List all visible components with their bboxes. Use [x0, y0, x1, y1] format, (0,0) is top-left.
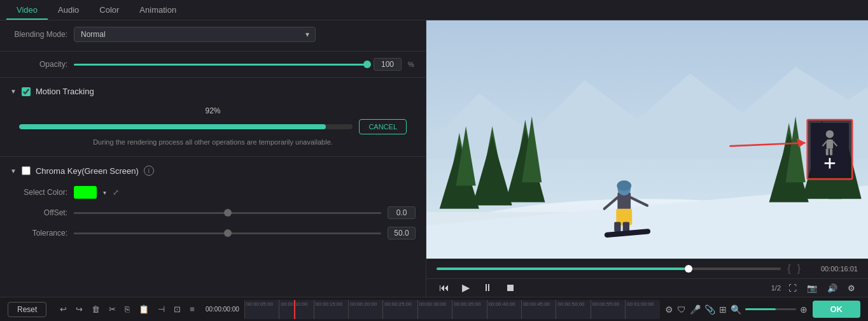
ok-button[interactable]: OK [813, 301, 861, 318]
speed-display[interactable]: 1/2 [771, 284, 781, 292]
tolerance-label: Tolerance: [10, 229, 67, 238]
motion-tracking-title: Motion Tracking [36, 87, 94, 96]
mic-button[interactable]: 🎤 [690, 304, 701, 315]
redo-button[interactable]: ↪ [74, 303, 85, 315]
offset-slider[interactable] [74, 212, 381, 214]
select-color-label: Select Color: [10, 188, 67, 197]
video-controls-bar: { } 00:00:16:01 [426, 259, 868, 278]
svg-rect-34 [827, 139, 833, 149]
opacity-slider-thumb[interactable] [363, 61, 371, 68]
fullscreen-button[interactable]: ⛶ [786, 283, 799, 294]
effects-button[interactable]: ⚙ [665, 304, 673, 315]
screenshot-button[interactable]: 📷 [804, 283, 820, 294]
tolerance-row: Tolerance: [0, 223, 426, 243]
play-button[interactable]: ▶ [459, 282, 472, 294]
ruler-marks-container: 00:00:05:00 00:00:10:00 00:00:15:00 00:0… [244, 300, 660, 319]
opacity-unit: % [408, 61, 416, 68]
playback-controls: ⏮ ▶ ⏸ ⏹ 1/2 ⛶ 📷 🔊 ⚙ [426, 278, 868, 297]
zoom-slider[interactable] [745, 308, 796, 310]
cut-button[interactable]: ✂ [107, 303, 118, 315]
opacity-slider-fill [74, 64, 367, 66]
stop-button[interactable]: ⏹ [503, 282, 518, 294]
clip-button[interactable]: 📎 [704, 304, 715, 315]
progress-track [19, 124, 353, 129]
blending-mode-row: Blending Mode: Normal [0, 20, 426, 48]
undo-button[interactable]: ↩ [58, 303, 69, 315]
timeline-ruler[interactable]: 00:00:05:00 00:00:10:00 00:00:15:00 00:0… [244, 300, 660, 319]
motion-tracking-header[interactable]: ▼ Motion Tracking [0, 80, 426, 103]
chroma-key-checkbox[interactable] [22, 166, 31, 175]
tab-color[interactable]: Color [89, 1, 129, 20]
settings-button[interactable]: ⚙ [845, 283, 858, 294]
chroma-key-header[interactable]: ▼ Chroma Key(Green Screen) i [0, 159, 426, 182]
offset-slider-thumb[interactable] [224, 209, 232, 217]
ruler-mark-2: 00:00:15:00 [314, 300, 348, 319]
progress-fill [19, 124, 326, 129]
opacity-label: Opacity: [10, 60, 67, 69]
video-timeline-thumb[interactable] [685, 265, 692, 273]
reset-button[interactable]: Reset [8, 302, 46, 317]
tolerance-slider-fill [74, 232, 228, 234]
ruler-mark-9: 00:00:50:00 [556, 300, 590, 319]
motion-tracking-checkbox[interactable] [22, 87, 31, 96]
svg-rect-25 [623, 222, 629, 232]
ruler-mark-8: 00:00:45:00 [521, 300, 556, 319]
blending-mode-select-wrapper[interactable]: Normal [74, 27, 316, 42]
playback-right-controls: 1/2 ⛶ 📷 🔊 ⚙ [771, 283, 858, 294]
start-timecode: 00:00:00:00 [206, 306, 239, 313]
svg-rect-38 [830, 149, 832, 155]
ruler-mark-10: 00:00:55:00 [591, 300, 625, 319]
timeline-timecodes: 00:00:00:00 [206, 306, 239, 313]
tolerance-slider-thumb[interactable] [224, 229, 232, 237]
zoom-out-button[interactable]: 🔍 [731, 304, 741, 315]
offset-label: OffSet: [10, 208, 67, 217]
tab-audio[interactable]: Audio [48, 1, 89, 20]
paste-button[interactable]: 📋 [137, 303, 151, 315]
bottom-left-controls: Reset ↩ ↪ 🗑 ✂ ⎘ 📋 ⊣ ⊡ ≡ 00:00:00:00 [8, 302, 239, 317]
opacity-slider[interactable] [74, 64, 367, 66]
timeline-toolbar: ↩ ↪ 🗑 ✂ ⎘ 📋 ⊣ ⊡ ≡ [58, 303, 197, 315]
ruler-mark-6: 00:00:35:00 [452, 300, 486, 319]
cancel-button[interactable]: CANCEL [359, 119, 407, 134]
chroma-key-title: Chroma Key(Green Screen) [36, 166, 139, 176]
blending-mode-select[interactable]: Normal [74, 27, 316, 42]
opacity-value[interactable] [374, 58, 402, 71]
align-button[interactable]: ≡ [188, 303, 197, 315]
playback-buttons: ⏮ ▶ ⏸ ⏹ [437, 282, 518, 294]
tolerance-value[interactable] [388, 227, 416, 239]
svg-rect-37 [826, 149, 829, 155]
color-swatch[interactable] [74, 186, 97, 199]
svg-point-22 [617, 180, 631, 191]
controls-divider-left: { [787, 263, 790, 275]
ruler-mark-0: 00:00:05:00 [244, 300, 279, 319]
color-dropdown-icon[interactable]: ▾ [103, 189, 106, 196]
zoom-in-button[interactable]: ⊕ [800, 304, 808, 315]
volume-button[interactable]: 🔊 [825, 283, 840, 294]
tab-video[interactable]: Video [6, 1, 48, 20]
video-timeline[interactable] [437, 268, 781, 270]
chroma-key-info-icon[interactable]: i [144, 166, 154, 176]
delete-button[interactable]: 🗑 [90, 303, 102, 315]
ruler-mark-3: 00:00:20:00 [348, 300, 382, 319]
main-area: Blending Mode: Normal Opacity: % ▼ Motio… [0, 20, 868, 297]
skip-back-button[interactable]: ⏮ [437, 282, 452, 294]
tolerance-slider[interactable] [74, 232, 381, 234]
expand-icon[interactable]: ⤢ [113, 188, 119, 197]
split-button[interactable]: ⊣ [156, 303, 167, 315]
copy-button[interactable]: ⎘ [123, 303, 132, 315]
tab-animation[interactable]: Animation [129, 1, 186, 20]
grid-button[interactable]: ⊞ [719, 304, 727, 315]
select-color-row: Select Color: ▾ ⤢ [0, 182, 426, 203]
svg-rect-24 [614, 222, 620, 232]
motion-tracking-progress-area: 92% CANCEL During the rendering process … [0, 103, 426, 153]
offset-value[interactable] [388, 206, 416, 219]
video-frame [426, 20, 868, 259]
pause-button[interactable]: ⏸ [480, 282, 495, 294]
chroma-key-section: ▼ Chroma Key(Green Screen) i Select Colo… [0, 159, 426, 243]
ruler-mark-11: 00:01:00:00 [625, 300, 659, 319]
mask-button[interactable]: 🛡 [677, 304, 686, 315]
crop-button[interactable]: ⊡ [172, 303, 183, 315]
offset-slider-fill [74, 212, 228, 214]
timeline-ruler-area: 00:00:05:00 00:00:10:00 00:00:15:00 00:0… [239, 297, 665, 321]
progress-percent: 92% [19, 106, 407, 115]
